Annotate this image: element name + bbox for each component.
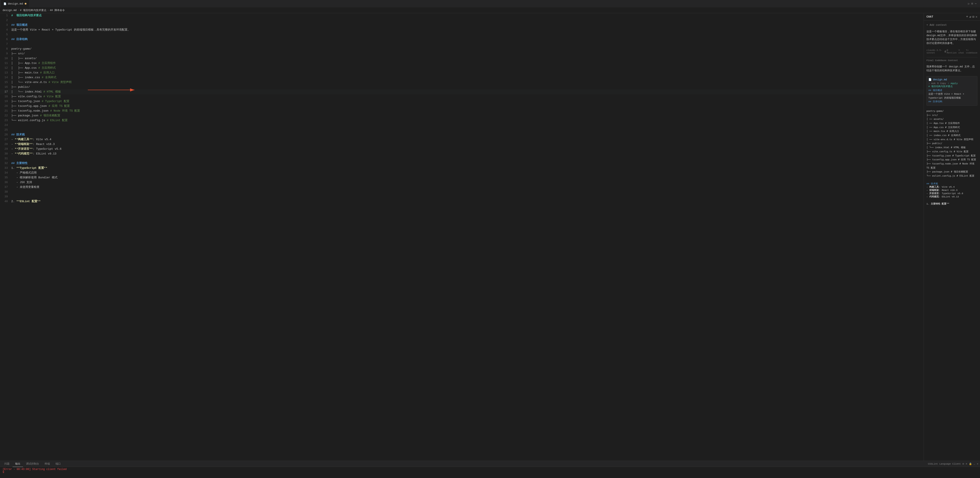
- split-bottom-icon[interactable]: ⊟: [963, 462, 964, 465]
- line-35: 35 - 模块解析使用 Bundler 模式: [0, 175, 924, 180]
- apply-action[interactable]: ↑ Apply: [948, 82, 958, 85]
- chat-tech-line-3: - 开发语言: TypeScript v5.6: [926, 192, 977, 195]
- lock-icon[interactable]: 🔒: [969, 462, 972, 465]
- line-32: 32 ## 主要特性: [0, 161, 924, 166]
- mention-label: @ @ Mention: [945, 49, 957, 54]
- close-bottom-icon[interactable]: ✕: [977, 462, 978, 465]
- chat-tech-line-1: - 构建工具: Vite v5.4: [926, 185, 977, 189]
- chat-tech-heading: ## 技术栈: [926, 182, 977, 185]
- chat-tree-line-10: │ └── index.html # HTML 模板: [926, 146, 977, 150]
- line-38: 38: [0, 190, 924, 194]
- chat-new-icon[interactable]: +: [966, 15, 968, 19]
- chat-history-icon[interactable]: ↺: [969, 15, 971, 19]
- line-16: 16 ├── public/: [0, 85, 924, 89]
- editor-area[interactable]: 1 # 项目结构与技术要点 2 3 ## 项目概述 4 这是一个使用 Vite …: [0, 13, 924, 461]
- chat-tree-line-11: ├── vite.config.ts # Vite 配置: [926, 150, 977, 154]
- chat-panel: CHAT + ↺ ⊟ ✕ + Add context 这是一个模板项目，请在项目…: [924, 13, 980, 461]
- line-6: 6 ## 目录结构: [0, 37, 924, 42]
- line-4: 4 这是一个使用 Vite + React + TypeScript 的前端项目…: [0, 27, 924, 32]
- chat-features-line: 1. 主要特性 配置**: [926, 202, 977, 205]
- modified-indicator: [25, 3, 27, 5]
- codebase-label: ⌥⇧ codebase: [966, 49, 977, 54]
- chat-tree: poetry-game/ ├── src/ │ ── assets/ │ ── …: [926, 109, 977, 178]
- line-31: 31: [0, 156, 924, 161]
- line-18: 18 ├── vite.config.ts # Vite 配置: [0, 94, 924, 99]
- line-27: 27 - **构建工具**: Vite v5.4: [0, 137, 924, 142]
- error-line: [Error - 08:43:06] Starting client faile…: [3, 468, 977, 471]
- tab-ports[interactable]: 端口: [53, 461, 63, 467]
- chat-tree-line-14: ├── tsconfig.node.json # Node 环境 TS 配置: [926, 162, 977, 170]
- final-context-divider: Final Codebase Context: [926, 57, 977, 62]
- chat-tree-line-8: │ ── vite-env.d.ts # Vite 类型声明: [926, 138, 977, 142]
- design-md-content: # 项目结构与技术要点 ## 项目概述 这是一个使用 Vite + React …: [928, 85, 975, 104]
- file-icon: 📄: [3, 2, 6, 5]
- line-5: 5: [0, 32, 924, 37]
- chat-tech-section: ## 技术栈 - 构建工具: Vite v5.4 - 前端框架: React v…: [926, 182, 977, 198]
- line-12: 12 │ ├── App.css # 主应用样式: [0, 66, 924, 70]
- line-21: 21 ├── tsconfig.node.json # Node 环境 TS 配…: [0, 108, 924, 113]
- chat-title: CHAT: [926, 15, 933, 18]
- chat-tech-line-4: - 代码规范: ESLint v9.13: [926, 195, 977, 198]
- line-8: 8 poetry-game/: [0, 47, 924, 51]
- design-md-actions: ↑ Ask ⎘ Copy ↑ Apply: [928, 82, 975, 85]
- chat-tree-line-4: │ ── App.tsx # 主应用组件: [926, 121, 977, 125]
- editor-lines: 1 # 项目结构与技术要点 2 3 ## 项目概述 4 这是一个使用 Vite …: [0, 13, 924, 208]
- ask-action[interactable]: ↑ Ask: [928, 82, 935, 85]
- line-17: 17 │ └── index.html # HTML 模板: [0, 89, 924, 94]
- chat-mode-label: ⌨ chat: [958, 49, 964, 54]
- tab-debug-console[interactable]: 调试控制台: [24, 461, 41, 467]
- design-md-file-icon: 📄: [928, 78, 932, 81]
- chat-body[interactable]: + Add context 这是一个模板项目，请在项目根目录下创建design.…: [924, 21, 980, 461]
- line-29: 29 - **开发语言**: TypeScript v5.6: [0, 147, 924, 151]
- model-label: claude-3.5-sonnet: [926, 49, 943, 54]
- line-7: 7: [0, 42, 924, 47]
- chat-tree-line-13: ├── tsconfig.app.json # 应用 TS 配置: [926, 158, 977, 162]
- chat-tree-line-12: ├── tsconfig.json # TypeScript 配置: [926, 154, 977, 158]
- copy-action[interactable]: ⎘ Copy: [937, 82, 946, 85]
- line-25: 25: [0, 128, 924, 132]
- run-icon[interactable]: ▷: [968, 2, 970, 5]
- chat-tree-line-15: ├── package.json # 项目依赖配置: [926, 170, 977, 174]
- final-context-message: 我来帮你创建一个 design.md 文件，总结这个项目的结构和技术要点。: [926, 65, 977, 73]
- chat-header: CHAT + ↺ ⊟ ✕: [924, 13, 980, 21]
- line-1: 1 # 项目结构与技术要点: [0, 13, 924, 18]
- more-icon[interactable]: ⋯: [975, 2, 977, 5]
- line-33: 33 1. **TypeScript 配置**: [0, 166, 924, 170]
- line-22: 22 ├── package.json # 项目依赖配置: [0, 113, 924, 118]
- dm-heading2-overview: ## 项目概述: [928, 89, 975, 92]
- line-24: 24: [0, 123, 924, 128]
- tab-bar: 📄 design.md ▷ ⊟ ⋯: [0, 0, 980, 8]
- line-9: 9 ├── src/: [0, 51, 924, 56]
- dm-heading1: # 项目结构与技术要点: [928, 85, 975, 89]
- tab-terminal[interactable]: 终端: [42, 461, 52, 467]
- add-context-label: + Add context: [926, 24, 947, 27]
- csslit-language-client-label[interactable]: CSSLint Language Client: [928, 463, 961, 465]
- tab-filename: design.md: [8, 2, 23, 5]
- line-14: 14 │ ├── index.css # 全局样式: [0, 75, 924, 80]
- breadcrumb-file: design.md: [3, 9, 17, 12]
- add-context-button[interactable]: + Add context: [926, 23, 977, 27]
- bottom-panel: 问题 输出 调试控制台 终端 端口 CSSLint Language Clien…: [0, 461, 980, 478]
- line-10: 10 │ ├── assets/: [0, 56, 924, 61]
- design-md-title: 📄 design.md: [928, 78, 975, 81]
- line-36: 36 - JSX 支持: [0, 180, 924, 185]
- line-20: 20 ├── tsconfig.app.json # 应用 TS 配置: [0, 104, 924, 108]
- chat-tree-line-1: poetry-game/: [926, 109, 977, 113]
- chat-more-icon[interactable]: ✕: [976, 15, 977, 19]
- dm-heading2-structure: ## 目录结构: [928, 100, 975, 104]
- split-icon[interactable]: ⊟: [971, 2, 973, 5]
- line-19: 19 ├── tsconfig.json # TypeScript 配置: [0, 99, 924, 104]
- chat-features-section: 1. 主要特性 配置**: [926, 202, 977, 205]
- chat-settings-icon[interactable]: ⊟: [972, 15, 974, 19]
- chat-meta: claude-3.5-sonnet @ @ Mention ⌨ chat ⌥⇧ …: [926, 49, 977, 54]
- line-2: 2: [0, 18, 924, 23]
- breadcrumb-section1: # 项目结构与技术要点: [20, 8, 46, 12]
- tab-problems[interactable]: 问题: [2, 461, 12, 467]
- line-39: 39: [0, 194, 924, 199]
- line-34: 34 - 严格模式启用: [0, 170, 924, 175]
- line-30: 30 - **代码规范**: ESLint v9.13: [0, 151, 924, 156]
- more-bottom-icon[interactable]: …: [974, 463, 975, 465]
- design-md-tab[interactable]: 📄 design.md: [1, 0, 29, 8]
- list-icon[interactable]: ≡: [966, 463, 967, 465]
- tab-output[interactable]: 输出: [13, 461, 23, 467]
